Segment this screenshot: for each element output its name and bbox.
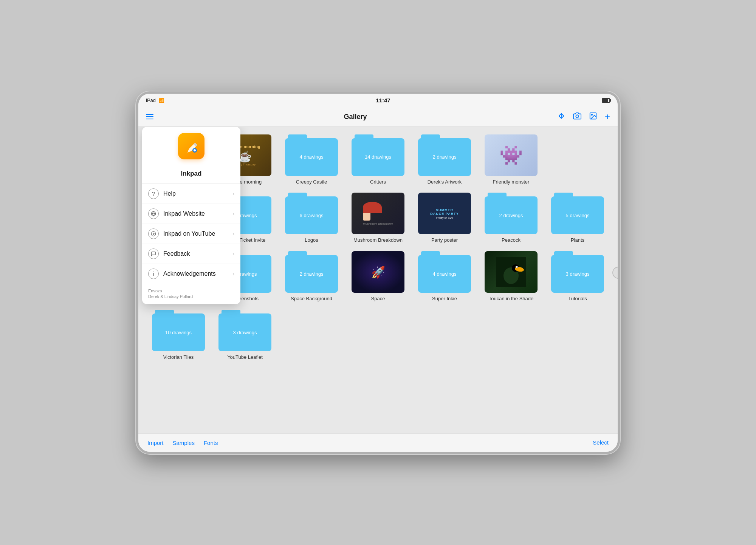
website-chevron: › [232,211,234,217]
footer-line2: Derek & Lindsay Pollard [148,294,234,300]
gallery-item-space-background[interactable]: 2 drawings Space Background [283,251,340,302]
battery-icon [602,98,610,103]
youtube-leaflet-thumb: 3 drawings [218,310,271,351]
website-icon [148,208,159,219]
svg-marker-18 [153,233,155,235]
feedback-label: Feedback [163,250,232,257]
hamburger-line-3 [146,119,153,119]
app-icon-section [142,127,240,164]
bottom-toolbar: Import Samples Fonts Select [138,434,618,452]
feedback-chevron: › [232,251,234,257]
help-chevron: › [232,191,234,197]
import-button[interactable]: Import [147,440,164,446]
samples-button[interactable]: Samples [173,440,195,446]
youtube-icon [148,228,159,239]
volume-up-button[interactable] [136,230,136,241]
plus-icon[interactable]: + [605,112,610,121]
status-left: iPad 📶 [146,97,164,103]
youtube-label: Inkpad on YouTube [163,230,232,237]
clock: 11:47 [376,97,390,103]
victorian-tiles-thumb: 10 drawings [152,310,205,351]
menu-items-list: ? Help › Inkpad Website [142,184,240,284]
menu-item-youtube[interactable]: Inkpad on YouTube › [142,224,240,244]
svg-point-5 [591,114,592,115]
gallery-item-creepy-castle[interactable]: 4 drawings Creepy Castle [283,134,340,185]
gallery-item-peacock[interactable]: 2 drawings Peacock [482,193,540,244]
volume-down-button[interactable] [136,258,136,270]
party-poster-label: Party poster [431,237,458,244]
gallery-item-victorian-tiles[interactable]: 10 drawings Victorian Tiles [150,310,207,361]
space-background-label: Space Background [291,296,332,302]
creepy-castle-label: Creepy Castle [296,179,327,185]
gallery-item-friendly-monster[interactable]: 👾 Friendly monster [482,134,540,185]
status-right [602,98,610,103]
svg-point-3 [576,115,578,117]
space-background-thumb: 2 drawings [285,251,338,293]
mushroom-thumb: Mushroom Breakdown [352,193,404,234]
app-icon [178,133,204,159]
ipad-label: iPad [146,97,156,103]
camera-icon[interactable] [573,112,581,122]
gallery-item-space[interactable]: 🚀 Space [349,251,407,302]
bottom-left-buttons: Import Samples Fonts [147,440,218,446]
bottom-right-buttons: Select [593,439,609,446]
space-thumb: 🚀 [352,251,404,293]
gallery-item-tutorials[interactable]: 3 drawings Tutorials [549,251,606,302]
dropdown-menu: Inkpad ? Help › [142,127,240,304]
app-name: Inkpad [148,170,234,178]
fonts-button[interactable]: Fonts [204,440,218,446]
menu-item-feedback[interactable]: Feedback › [142,244,240,264]
space-label: Space [371,296,385,302]
peacock-label: Peacock [502,237,521,244]
toucan-thumb [485,251,538,293]
party-poster-thumb: SUMMERDANCE PARTY Friday @ 7:00 [418,193,471,234]
help-icon: ? [148,188,159,199]
menu-item-website[interactable]: Inkpad Website › [142,204,240,224]
svg-rect-12 [182,137,201,156]
menu-header: Inkpad [142,164,240,184]
gallery-item-logos[interactable]: 6 drawings Logos [283,193,340,244]
critters-thumb: 14 drawings [352,134,404,176]
footer-line1: Envoza [148,288,234,294]
victorian-tiles-label: Victorian Tiles [163,354,194,361]
gallery-item-youtube-leaflet[interactable]: 3 drawings YouTube Leaflet [216,310,274,361]
toolbar-right: + [557,112,610,122]
youtube-leaflet-label: YouTube Leaflet [227,354,263,361]
gallery-item-super-inkie[interactable]: 4 drawings Super Inkie [416,251,473,302]
gallery-item-dereks-artwork[interactable]: 2 drawings Derek's Artwork [416,134,473,185]
gallery-title: Gallery [344,113,367,121]
toolbar-left [146,114,153,119]
svg-point-14 [194,149,196,151]
gallery-item-party-poster[interactable]: SUMMERDANCE PARTY Friday @ 7:00 Party po… [416,193,473,244]
friendly-monster-label: Friendly monster [493,179,530,185]
gallery-item-toucan[interactable]: Toucan in the Shade [482,251,540,302]
gallery-item-mushroom[interactable]: Mushroom Breakdown Mushroom Breakdown [349,193,407,244]
mushroom-label: Mushroom Breakdown [353,237,403,244]
dereks-artwork-thumb: 2 drawings [418,134,471,176]
hamburger-line-2 [146,116,153,117]
menu-item-help[interactable]: ? Help › [142,184,240,204]
gallery-item-plants[interactable]: 5 drawings Plants [549,193,606,244]
svg-point-11 [517,267,518,268]
app-toolbar: Gallery [138,107,618,127]
tutorials-label: Tutorials [568,296,587,302]
website-label: Inkpad Website [163,210,232,217]
image-icon[interactable] [589,112,597,122]
select-button[interactable]: Select [593,439,609,446]
sort-icon[interactable] [557,112,565,122]
dereks-artwork-label: Derek's Artwork [428,179,462,185]
plants-thumb: 5 drawings [551,193,604,234]
feedback-icon [148,249,159,259]
logos-thumb: 6 drawings [285,193,338,234]
plants-label: Plants [571,237,584,244]
youtube-chevron: › [232,231,234,237]
svg-point-17 [151,232,156,236]
acknowledgements-label: Acknowledgements [163,270,232,277]
ipad-frame: iPad 📶 11:47 Gallery [136,91,620,454]
gallery-item-critters[interactable]: 14 drawings Critters [349,134,407,185]
wifi-icon: 📶 [159,98,164,103]
help-label: Help [163,190,232,197]
menu-item-acknowledgements[interactable]: i Acknowledgements › [142,264,240,284]
friendly-monster-thumb: 👾 [485,134,538,176]
menu-button[interactable] [146,114,153,119]
